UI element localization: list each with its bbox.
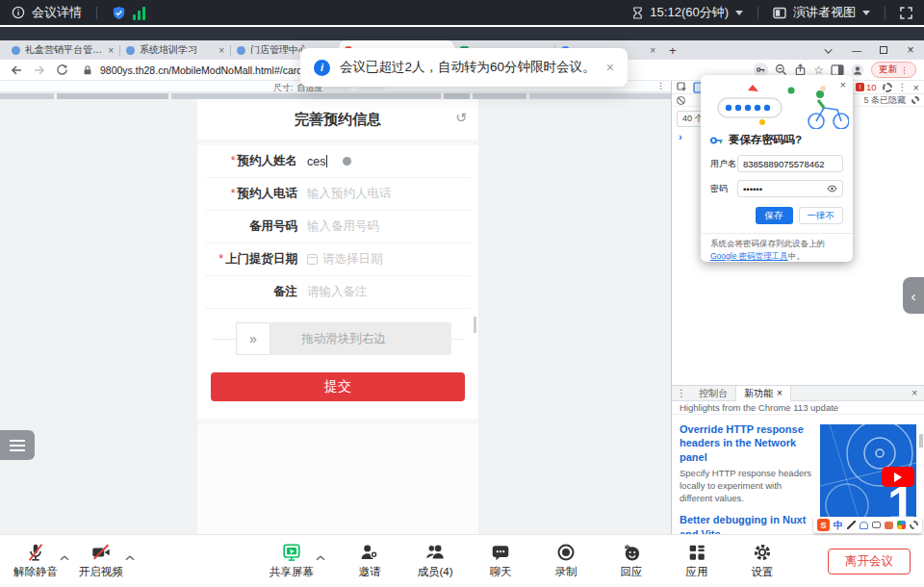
- tab-favicon: [12, 46, 20, 55]
- never-button[interactable]: 一律不: [799, 207, 844, 224]
- submit-button[interactable]: 提交: [211, 372, 465, 401]
- meeting-bottom-toolbar: 解除静音 开启视频 共享屏幕 邀: [0, 534, 924, 587]
- password-manager-link[interactable]: Google 密码管理工具: [710, 251, 788, 261]
- lock-icon[interactable]: [82, 64, 93, 76]
- backup-input[interactable]: 输入备用号码: [307, 218, 379, 235]
- drawer-menu-icon[interactable]: ⋮: [672, 388, 691, 398]
- form-row-name[interactable]: *预约人姓名 ces: [205, 145, 471, 178]
- network-signal-icon[interactable]: [133, 6, 146, 20]
- form-row-remark[interactable]: 备注 请输入备注: [205, 276, 471, 309]
- window-minimize-icon[interactable]: —: [843, 45, 870, 56]
- handwriting-icon[interactable]: [847, 521, 856, 529]
- ime-settings-icon[interactable]: [910, 521, 918, 529]
- username-input[interactable]: 8385889075578462: [737, 155, 843, 172]
- bookmark-star-icon[interactable]: ☆: [813, 64, 824, 76]
- info-badge-icon: i: [314, 60, 330, 76]
- phone-input[interactable]: 输入预约人电话: [307, 186, 392, 202]
- share-options-chevron-icon[interactable]: [316, 555, 325, 561]
- profile-avatar[interactable]: [851, 64, 864, 77]
- fullscreen-icon[interactable]: [900, 7, 912, 19]
- new-tab-button[interactable]: +: [669, 43, 677, 58]
- devtools-menu-icon[interactable]: ⋮: [898, 82, 908, 92]
- meeting-timer[interactable]: 15:12(60分钟): [650, 4, 729, 21]
- side-panel-icon[interactable]: [831, 64, 844, 76]
- banner-close-icon[interactable]: ×: [606, 60, 614, 75]
- devtools-settings-icon[interactable]: [883, 83, 892, 92]
- tab-whats-new[interactable]: 新功能×: [735, 386, 791, 401]
- form-row-phone[interactable]: *预约人电话 输入预约人电话: [205, 178, 471, 211]
- timer-dropdown-icon[interactable]: [735, 11, 743, 15]
- remark-input[interactable]: 请输入备注: [307, 284, 368, 300]
- sogou-logo[interactable]: S: [817, 519, 830, 531]
- ime-mode-toggle[interactable]: 中: [834, 519, 843, 532]
- button-label: 录制: [555, 565, 578, 579]
- view-dropdown-icon[interactable]: [862, 11, 870, 15]
- unmute-button[interactable]: 解除静音: [13, 542, 58, 579]
- keyboard-icon[interactable]: [872, 522, 881, 528]
- tab-close-icon[interactable]: ×: [218, 45, 224, 56]
- name-input[interactable]: ces: [307, 155, 325, 168]
- apps-button[interactable]: 应用: [676, 542, 718, 579]
- window-close-icon[interactable]: ×: [897, 43, 924, 57]
- leave-meeting-button[interactable]: 离开会议: [828, 549, 911, 574]
- error-count: 10: [866, 82, 877, 92]
- reactions-button[interactable]: 回应: [610, 542, 653, 579]
- forward-icon[interactable]: [33, 64, 46, 77]
- device-toolbar-menu-icon[interactable]: ⋮: [656, 81, 665, 90]
- form-row-date[interactable]: *上门提货日期 请选择日期: [205, 243, 471, 276]
- tab-close-icon[interactable]: ×: [108, 45, 114, 56]
- form-row-backup[interactable]: 备用号码 输入备用号码: [205, 211, 471, 243]
- tab-close-icon[interactable]: ×: [650, 45, 655, 56]
- share-screen-button[interactable]: 共享屏幕: [270, 542, 314, 579]
- date-picker[interactable]: 请选择日期: [307, 251, 383, 268]
- panel-expand-handle[interactable]: ‹: [903, 277, 924, 314]
- save-button[interactable]: 保存: [756, 207, 793, 224]
- settings-button[interactable]: 设置: [741, 542, 783, 579]
- view-mode-label[interactable]: 演讲者视图: [793, 4, 856, 21]
- ime-apps-icon[interactable]: [897, 521, 906, 529]
- devtools-close-icon[interactable]: ×: [913, 82, 919, 93]
- slider-handle[interactable]: »: [236, 322, 270, 355]
- whats-new-link[interactable]: Better debugging in Nuxt and Vite: [680, 513, 816, 534]
- browser-tab[interactable]: 系统培训学习 ×: [120, 40, 230, 60]
- start-video-button[interactable]: 开启视频: [79, 542, 123, 579]
- members-button[interactable]: 成员(4): [414, 542, 456, 579]
- record-button[interactable]: 录制: [545, 542, 587, 579]
- info-icon[interactable]: [12, 6, 25, 19]
- mic-options-chevron-icon[interactable]: [60, 555, 69, 561]
- window-menu-icon[interactable]: [816, 45, 843, 56]
- clear-console-icon[interactable]: [677, 96, 685, 105]
- tab-close-icon[interactable]: ×: [777, 388, 783, 398]
- skin-icon[interactable]: [885, 522, 893, 529]
- page-scrollbar[interactable]: [474, 317, 476, 333]
- shield-check-icon[interactable]: [112, 6, 126, 20]
- chrome-113-image: 1: [820, 424, 916, 518]
- meeting-info-float-button[interactable]: [0, 430, 35, 460]
- inspect-icon[interactable]: [677, 82, 687, 92]
- back-icon[interactable]: [10, 64, 23, 77]
- browser-tab[interactable]: 礼盒营销平台管理中心 ×: [6, 40, 119, 60]
- chat-button[interactable]: 聊天: [479, 542, 522, 579]
- layout-view-icon[interactable]: [773, 7, 786, 19]
- voice-input-icon[interactable]: [860, 522, 868, 529]
- dialog-close-icon[interactable]: ×: [840, 79, 846, 90]
- invite-button[interactable]: 邀请: [348, 542, 391, 579]
- reload-icon[interactable]: [56, 64, 68, 76]
- field-label: 上门提货日期: [225, 252, 297, 266]
- whats-new-link[interactable]: Override HTTP response headers in the Ne…: [680, 422, 816, 464]
- console-error-badge[interactable]: !10: [856, 82, 877, 92]
- chrome-menu-icon[interactable]: ⋮: [900, 65, 909, 75]
- password-input[interactable]: ••••••: [737, 180, 843, 197]
- drawer-scrollbar[interactable]: [919, 434, 923, 447]
- console-settings-icon[interactable]: [911, 96, 919, 104]
- show-password-eye-icon[interactable]: [827, 185, 837, 192]
- window-maximize-icon[interactable]: [870, 45, 897, 56]
- undo-icon[interactable]: ↺: [455, 110, 467, 125]
- hidden-messages-label[interactable]: 5 条已隐藏: [863, 94, 906, 107]
- video-options-chevron-icon[interactable]: [125, 555, 135, 561]
- invite-person-icon: [359, 542, 380, 563]
- tab-console[interactable]: 控制台: [691, 386, 735, 401]
- drawer-close-icon[interactable]: ×: [911, 388, 924, 398]
- youtube-play-button[interactable]: [882, 467, 914, 487]
- chrome-update-button[interactable]: 更新 ⋮: [871, 62, 916, 78]
